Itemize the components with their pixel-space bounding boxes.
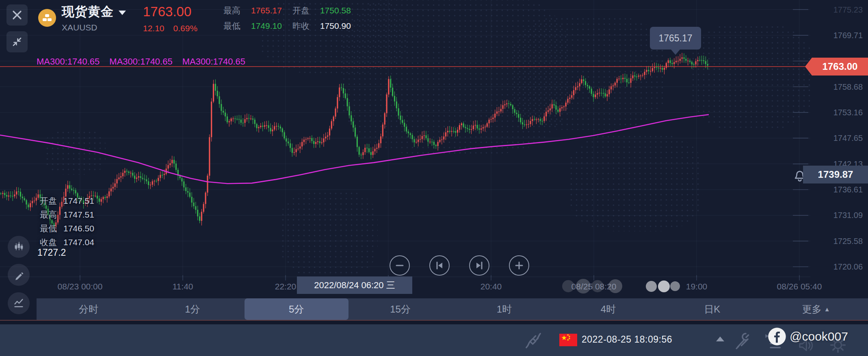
watermark-circle xyxy=(608,279,622,293)
watermark-circle xyxy=(646,281,657,292)
price-change: 12.10 xyxy=(143,24,165,33)
price-axis-label: 1753.16 xyxy=(833,108,863,117)
tab-5分[interactable]: 5分 xyxy=(245,298,348,320)
time-axis-label: 08/23 00:00 xyxy=(58,282,103,291)
stat-label-open: 开盘 xyxy=(292,6,310,15)
expand-caret-icon[interactable] xyxy=(716,337,724,341)
time-axis-label: 19:00 xyxy=(686,282,708,291)
watermark: @cook007 xyxy=(768,327,848,346)
timeframe-tab-bar: 分时1分5分15分1时4时日K更多▲ xyxy=(37,298,868,320)
stat-value-open: 1750.58 xyxy=(320,6,351,15)
line-chart-icon xyxy=(13,297,25,309)
close-button[interactable] xyxy=(6,4,28,26)
watermark-circle xyxy=(658,280,670,292)
tab-label: 15分 xyxy=(390,303,411,316)
jump-start-button[interactable] xyxy=(429,255,450,276)
pencil-icon xyxy=(13,269,25,281)
tab-label: 更多 xyxy=(802,303,822,316)
price-axis-label: 1731.09 xyxy=(833,211,863,220)
skip-end-icon xyxy=(475,261,484,270)
price-axis-label: 1747.65 xyxy=(833,134,863,143)
price-axis-label: 1736.61 xyxy=(833,185,863,194)
price-axis-label: 1720.06 xyxy=(833,262,863,272)
ohlc-high-label: 最高 xyxy=(40,208,63,222)
candlestick-icon xyxy=(13,241,25,253)
wrench-screwdriver-icon xyxy=(734,331,752,350)
stat-label-prev-close: 昨收 xyxy=(292,21,310,31)
price-axis-label: 1758.68 xyxy=(833,82,863,91)
crosshair-time-tooltip: 2022/08/24 06:20 三 xyxy=(297,276,412,294)
tab-15分[interactable]: 15分 xyxy=(348,298,452,320)
tab-日K[interactable]: 日K xyxy=(660,298,764,320)
tab-label: 分时 xyxy=(79,303,98,316)
symbol-title: 现货黄金 xyxy=(62,3,114,20)
tab-label: 1时 xyxy=(497,303,512,316)
tab-4时[interactable]: 4时 xyxy=(556,298,660,320)
draw-tool-button[interactable] xyxy=(8,264,30,286)
facebook-icon xyxy=(768,327,786,346)
zoom-in-button[interactable] xyxy=(509,255,529,276)
stat-value-high: 1765.17 xyxy=(251,6,282,15)
current-price-badge: 1763.00 xyxy=(812,58,868,76)
status-bar: 2022-08-25 18:09:56 xyxy=(0,324,868,356)
symbol-selector[interactable]: 现货黄金 xyxy=(62,3,126,20)
price-axis-label: 1725.58 xyxy=(833,236,863,246)
collapse-arrows-icon xyxy=(12,37,22,47)
chart-type-button[interactable] xyxy=(8,236,30,258)
symbol-code: XAUUSD xyxy=(62,23,126,32)
server-time: 2022-08-25 18:09:56 xyxy=(582,334,672,345)
zoom-out-button[interactable] xyxy=(390,255,410,276)
minus-icon xyxy=(395,261,404,270)
stat-value-prev-close: 1750.90 xyxy=(320,21,351,31)
panel-gap xyxy=(0,321,868,324)
tab-caret-icon: ▲ xyxy=(824,306,830,313)
tab-label: 5分 xyxy=(289,303,304,316)
watermark-handle: @cook007 xyxy=(790,330,848,343)
ohlc-tooltip: 开盘1747.51 最高1747.51 最低1746.50 收盘1747.04 xyxy=(40,194,94,249)
tab-更多[interactable]: 更多▲ xyxy=(764,298,868,320)
crosshair-price-label: 1727.2 xyxy=(33,246,70,259)
candlestick-chart[interactable] xyxy=(0,0,868,282)
ma300-label: MA300:1740.65 xyxy=(109,56,172,67)
last-price: 1763.00 xyxy=(143,4,212,19)
tab-label: 日K xyxy=(704,303,720,316)
price-change-pct: 0.69% xyxy=(173,24,198,33)
ma-indicator-labels: MA300:1740.65 MA300:1740.65 MA300:1740.6… xyxy=(37,56,245,67)
instrument-header: 现货黄金 XAUUSD 1763.00 12.10 0.69% 最高 1765.… xyxy=(38,3,351,33)
skip-start-icon xyxy=(435,261,444,270)
tab-分时[interactable]: 分时 xyxy=(37,298,141,320)
stat-label-high: 最高 xyxy=(223,6,240,15)
collapse-button[interactable] xyxy=(6,31,28,52)
ma300-label: MA300:1740.65 xyxy=(37,56,100,67)
watermark-circle xyxy=(670,281,680,291)
ohlc-low-label: 最低 xyxy=(40,222,63,235)
ohlc-open-label: 开盘 xyxy=(40,194,63,208)
time-axis-label: 20:40 xyxy=(481,282,502,291)
time-axis-label: 08/26 05:40 xyxy=(777,282,822,291)
ohlc-low-value: 1746.50 xyxy=(63,222,94,235)
watermark-circle xyxy=(576,279,591,293)
chevron-down-icon xyxy=(119,11,126,15)
close-icon xyxy=(12,10,22,20)
ma300-label: MA300:1740.65 xyxy=(182,56,245,67)
jump-end-button[interactable] xyxy=(469,255,489,276)
ohlc-open-value: 1747.51 xyxy=(63,194,94,208)
tools-button[interactable] xyxy=(734,331,752,350)
time-axis-label: 11:40 xyxy=(173,282,193,291)
ma300-line xyxy=(0,114,709,183)
china-flag-icon xyxy=(559,334,577,346)
stat-value-low: 1749.10 xyxy=(251,21,282,31)
tab-1时[interactable]: 1时 xyxy=(452,298,556,320)
tab-1分[interactable]: 1分 xyxy=(141,298,245,320)
ohlc-high-value: 1747.51 xyxy=(63,208,94,222)
alert-price-badge: 1739.87 xyxy=(803,166,868,183)
watermark-circle xyxy=(562,280,574,292)
playback-controls xyxy=(390,255,529,276)
daily-stats: 最高 1765.17 开盘 1750.58 最低 1749.10 昨收 1750… xyxy=(223,6,351,31)
candles-layer xyxy=(0,53,708,231)
high-price-tooltip: 1765.17 xyxy=(650,27,701,50)
indicator-button[interactable] xyxy=(8,292,30,314)
time-axis-label: 22:20 xyxy=(275,282,297,291)
tab-label: 4时 xyxy=(601,303,616,316)
plus-icon xyxy=(515,261,524,270)
